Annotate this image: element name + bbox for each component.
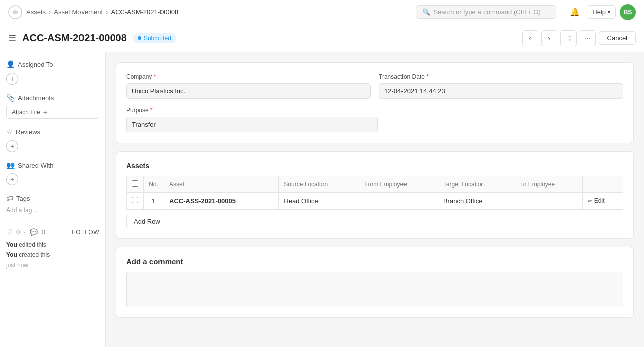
page-header-actions: ‹ › 🖨 ··· Cancel (522, 30, 636, 46)
comment-input[interactable] (126, 272, 623, 307)
row-checkbox-cell[interactable] (127, 193, 144, 210)
row-from-employee (359, 193, 438, 210)
form-card: Company * Unico Plastics Inc. Transactio… (116, 62, 634, 143)
shared-with-header: 👥 Shared With (6, 161, 99, 169)
row-asset-link[interactable]: ACC-ASS-2021-00005 (169, 197, 236, 205)
select-all-header[interactable] (127, 176, 144, 193)
assets-section-title: Assets (126, 162, 623, 170)
row-asset: ACC-ASS-2021-00005 (164, 193, 279, 210)
row-to-employee (515, 193, 582, 210)
row-source-location: Head Office (279, 193, 359, 210)
status-badge: Submitted (133, 33, 176, 43)
assets-table-header-row: No. Asset Source Location From Employee … (127, 176, 623, 193)
attachments-icon: 📎 (6, 94, 15, 102)
shared-with-add-button[interactable]: + (6, 173, 18, 185)
user-avatar[interactable]: BS (620, 4, 636, 20)
purpose-value: Transfer (126, 117, 378, 132)
company-label: Company * (126, 73, 371, 80)
transaction-date-label: Transaction Date * (379, 73, 623, 80)
print-button[interactable]: 🖨 (560, 30, 577, 46)
row-target-location: Branch Office (438, 193, 515, 210)
tags-label: Tags (16, 195, 30, 202)
attach-file-button[interactable]: Attach File + (6, 106, 99, 119)
transaction-date-required: * (426, 73, 429, 80)
help-label: Help (592, 8, 606, 16)
activity-stats: ♡ 0 · 💬 0 FOLLOW (6, 228, 99, 236)
help-button[interactable]: Help ▾ (587, 5, 616, 19)
no-col-header: No. (144, 176, 164, 193)
assets-table: No. Asset Source Location From Employee … (126, 176, 623, 210)
sidebar-toggle-icon[interactable]: ☰ (8, 33, 16, 44)
purpose-field: Purpose * Transfer (126, 107, 378, 132)
attach-file-label: Attach File (12, 109, 40, 116)
row-edit-button[interactable]: ✏ Edit (588, 197, 618, 204)
comment-title: Add a comment (126, 257, 623, 266)
reviews-add-button[interactable]: + (6, 140, 18, 152)
follow-button[interactable]: FOLLOW (72, 229, 99, 236)
more-options-button[interactable]: ··· (580, 30, 596, 46)
tags-header: 🏷 Tags (6, 194, 99, 202)
tags-icon: 🏷 (6, 194, 13, 202)
attachments-header: 📎 Attachments (6, 94, 99, 102)
add-row-button[interactable]: Add Row (126, 215, 168, 228)
prev-button[interactable]: ‹ (522, 30, 538, 46)
activity-log-item-2: You created this just now (6, 250, 99, 270)
company-field: Company * Unico Plastics Inc. (126, 73, 371, 99)
activity-time-2: just now (6, 262, 28, 269)
breadcrumb-assets[interactable]: Assets (26, 8, 46, 16)
activity-log: You edited this You created this just no… (6, 240, 99, 270)
breadcrumb-sep-2: › (106, 8, 108, 16)
heart-icon: ♡ (6, 228, 12, 236)
select-all-checkbox[interactable] (132, 180, 138, 187)
cancel-button[interactable]: Cancel (599, 31, 636, 45)
add-tag-button[interactable]: Add a tag ... (6, 206, 99, 214)
tags-section: 🏷 Tags Add a tag ... (6, 194, 99, 214)
assets-card: Assets No. Asset Source Location From Em… (116, 151, 634, 239)
assigned-to-label: Assigned To (18, 61, 53, 68)
activity-action-1: edited this (19, 241, 46, 248)
activity-action-2: created this (19, 251, 50, 258)
reviews-header: ☆ Reviews (6, 128, 99, 136)
shared-with-icon: 👥 (6, 161, 15, 169)
form-row-2: Purpose * Transfer (126, 107, 623, 132)
source-location-col-header: Source Location (279, 176, 359, 193)
attachments-section: 📎 Attachments Attach File + (6, 94, 99, 119)
search-placeholder: Search or type a command (Ctrl + G) (433, 8, 541, 16)
attachments-label: Attachments (18, 94, 54, 102)
status-dot (138, 36, 141, 40)
shared-with-label: Shared With (18, 162, 54, 169)
edit-label: Edit (594, 197, 605, 204)
next-button[interactable]: › (541, 30, 557, 46)
asset-col-header: Asset (164, 176, 279, 193)
comment-card: Add a comment (116, 247, 634, 318)
assigned-to-header: 👤 Assigned To (6, 60, 99, 68)
company-value: Unico Plastics Inc. (126, 83, 371, 99)
form-row-1: Company * Unico Plastics Inc. Transactio… (126, 73, 623, 99)
attach-file-plus-icon: + (43, 108, 47, 116)
sidebar: 👤 Assigned To + 📎 Attachments Attach Fil… (0, 52, 106, 347)
breadcrumb-current: ACC-ASM-2021-00008 (111, 8, 179, 16)
actions-col-header (582, 176, 623, 193)
page-title: ACC-ASM-2021-00008 (22, 32, 127, 44)
assigned-to-add-button[interactable]: + (6, 73, 18, 85)
activity-log-item-1: You edited this (6, 240, 99, 250)
breadcrumb-asset-movement[interactable]: Asset Movement (54, 8, 103, 16)
edit-icon: ✏ (588, 198, 592, 204)
row-no: 1 (144, 193, 164, 210)
row-checkbox[interactable] (132, 197, 138, 203)
notifications-bell-icon[interactable]: 🔔 (567, 4, 583, 20)
from-employee-col-header: From Employee (359, 176, 438, 193)
assigned-to-section: 👤 Assigned To + (6, 60, 99, 85)
activity-actor-2: You (6, 251, 17, 258)
row-edit-cell[interactable]: ✏ Edit (582, 193, 623, 210)
status-label: Submitted (144, 35, 171, 42)
to-employee-col-header: To Employee (515, 176, 582, 193)
search-icon: 🔍 (422, 8, 430, 16)
activity-actor-1: You (6, 241, 17, 248)
transaction-date-value: 12-04-2021 14:44:23 (379, 83, 623, 99)
search-bar[interactable]: 🔍 Search or type a command (Ctrl + G) (416, 5, 556, 19)
app-logo[interactable] (8, 5, 22, 19)
navbar: Assets › Asset Movement › ACC-ASM-2021-0… (0, 0, 644, 24)
breadcrumb-sep-1: › (49, 8, 51, 16)
company-required: * (154, 73, 156, 80)
